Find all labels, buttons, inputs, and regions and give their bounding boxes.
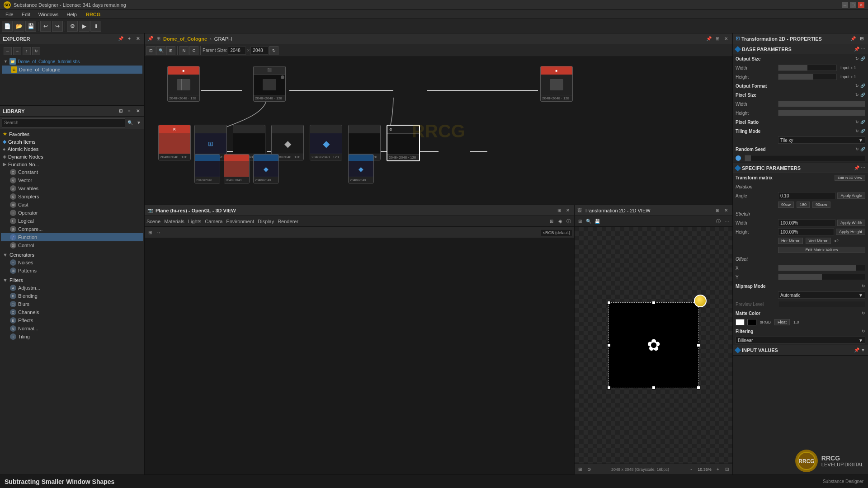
prop-angle-value[interactable]: 0.10 — [778, 192, 835, 199]
prop-vert-mirror-btn[interactable]: Vert Mirror — [806, 238, 831, 244]
lib-cat-atomic[interactable]: ● Atomic Nodes — [1, 145, 143, 153]
view-3d-bottom-btn2[interactable]: ↔ — [155, 229, 162, 236]
minimize-btn[interactable]: ─ — [842, 2, 848, 8]
prop-filtering-reset[interactable]: ↻ — [862, 329, 865, 333]
explorer-graph-item[interactable]: G Dome_of_Cologne — [2, 66, 142, 74]
tb-redo[interactable]: ↪ — [52, 21, 63, 32]
prop-pixel-ratio-lock[interactable]: 🔗 — [860, 120, 865, 124]
props-input-header[interactable]: INPUT VALUES 📌 ▼ — [733, 345, 868, 355]
lib-item-blending[interactable]: B Blending — [1, 292, 143, 300]
exp-refresh[interactable]: ↻ — [32, 47, 40, 55]
lib-icon-close[interactable]: ✕ — [134, 108, 142, 115]
view-2d-nav-btn[interactable]: ⊙ — [585, 466, 593, 473]
menu-help[interactable]: Help — [63, 11, 80, 18]
prop-90ccw-btn[interactable]: 90ccw — [812, 202, 830, 208]
prop-stretch-w-value[interactable]: 100.00% — [778, 219, 835, 226]
explorer-icon-pin[interactable]: 📌 — [117, 35, 124, 42]
view-2d-zoom-in[interactable]: + — [714, 466, 722, 473]
prop-tiling-mode-reset[interactable]: ↻ — [855, 129, 859, 133]
handle-tl[interactable] — [607, 301, 611, 305]
prop-edit-matrix-btn[interactable]: Edit in 3D View — [835, 175, 865, 181]
prop-edit-matrix-vals-btn[interactable]: Edit Matrix Values — [778, 247, 865, 253]
tb-btn5[interactable]: ⏸ — [90, 21, 101, 32]
view-3d-tb-3[interactable]: ⓘ — [565, 218, 572, 225]
sub-node-2[interactable]: 2048×2048 — [224, 154, 250, 183]
lib-item-vector[interactable]: V Vector — [1, 176, 143, 184]
prop-pixel-size-reset[interactable]: ↻ — [855, 93, 859, 97]
lib-item-compare[interactable]: ≶ Compare... — [1, 225, 143, 233]
lib-item-cast[interactable]: ⊕ Cast — [1, 201, 143, 209]
handle-lm[interactable] — [607, 343, 611, 347]
sub-node-4[interactable]: ◆ 2048×2048 — [348, 154, 374, 183]
prop-output-format-reset[interactable]: ↻ — [855, 84, 859, 88]
prop-matte-float-btn[interactable]: Float — [774, 319, 790, 325]
prop-apply-height-btn[interactable]: Apply Height — [836, 229, 865, 235]
prop-random-seed-reset[interactable]: ↻ — [855, 147, 859, 151]
graph-tb-comment[interactable]: C — [189, 46, 198, 55]
node-10[interactable]: ⊙ 2048×2048 · 128 — [387, 125, 420, 161]
prop-90cw-btn[interactable]: 90cw — [778, 202, 794, 208]
menu-file[interactable]: File — [2, 11, 17, 18]
lib-item-function[interactable]: ƒ Function — [1, 233, 143, 241]
node-3[interactable]: ■ 2048×2048 · 128 — [540, 66, 573, 102]
lib-item-constant[interactable]: C Constant — [1, 168, 143, 176]
prop-output-size-reset[interactable]: ↻ — [855, 56, 859, 61]
graph-tb-frame[interactable]: ⊡ — [146, 46, 156, 55]
lib-item-adjustments[interactable]: A Adjustm... — [1, 284, 143, 292]
lib-cat-graph-items[interactable]: ◆ Graph Items — [1, 138, 143, 145]
props-float[interactable]: ⊞ — [858, 35, 865, 42]
prop-apply-angle-btn[interactable]: Apply Angle — [837, 192, 865, 199]
handle-bl[interactable] — [607, 386, 611, 389]
prop-height-slider[interactable] — [778, 74, 837, 80]
lib-item-variables[interactable]: x Variables — [1, 184, 143, 192]
handle-br[interactable] — [697, 386, 700, 389]
prop-output-format-lock[interactable]: 🔗 — [860, 84, 865, 88]
lib-cat-dynamic[interactable]: ◈ Dynamic Nodes — [1, 153, 143, 160]
view-2d-tb1[interactable]: ⊞ — [576, 218, 584, 225]
prop-pixel-ratio-reset[interactable]: ↻ — [855, 120, 859, 124]
props-base-header[interactable]: BASE PARAMETERS 📌 ⋯ — [733, 44, 868, 54]
prop-matte-color-black[interactable] — [747, 319, 756, 325]
prop-matte-color-white[interactable] — [736, 319, 745, 325]
exp-up[interactable]: ↑ — [23, 47, 31, 55]
props-input-pin[interactable]: 📌 — [854, 347, 859, 352]
prop-horiz-mirror-btn[interactable]: Hor Mirror — [778, 238, 803, 244]
view-3d-tb-2[interactable]: ◉ — [557, 218, 564, 225]
explorer-icon-close[interactable]: ✕ — [134, 35, 142, 42]
menu-windows[interactable]: Windows — [35, 11, 62, 18]
view-3d-float[interactable]: ⊞ — [556, 207, 563, 214]
lib-item-logical[interactable]: L Logical — [1, 217, 143, 225]
lib-filter-icon[interactable]: ▼ — [135, 119, 142, 127]
sub-node-1[interactable]: 2048×2048 — [194, 154, 220, 183]
view-3d-display[interactable]: Display — [258, 219, 274, 224]
lib-cat-generators[interactable]: ▼ Generators — [1, 251, 143, 258]
lib-item-effects[interactable]: E Effects — [1, 316, 143, 324]
prop-pxw-slider[interactable] — [778, 101, 865, 107]
view-2d-grid-btn[interactable]: ⊞ — [576, 466, 584, 473]
props-specific-header[interactable]: SPECIFIC PARAMETERS 📌 ⋯ — [733, 163, 868, 173]
lib-item-control[interactable]: ⊡ Control — [1, 241, 143, 249]
close-btn[interactable]: ✕ — [858, 2, 864, 8]
prop-pxh-slider[interactable] — [778, 110, 865, 116]
prop-mipmap-reset[interactable]: ↻ — [862, 284, 865, 288]
tb-undo[interactable]: ↩ — [40, 21, 51, 32]
lib-cat-filters[interactable]: ▼ Filters — [1, 277, 143, 284]
explorer-file[interactable]: ▼ 📁 Dome_of_Cologne_tutorial.sbs — [2, 57, 142, 66]
view-2d-zoom-fit[interactable]: ⊡ — [723, 466, 731, 473]
library-search-input[interactable] — [2, 118, 125, 127]
props-input-expand[interactable]: ▼ — [861, 347, 865, 352]
view-3d-tb-1[interactable]: ⊞ — [548, 218, 555, 225]
lib-cat-function[interactable]: ▶ Function No... — [1, 160, 143, 168]
props-base-pin[interactable]: 📌 — [854, 47, 859, 52]
lib-item-noises[interactable]: ~ Noises — [1, 258, 143, 267]
prop-output-size-lock[interactable]: 🔗 — [860, 56, 865, 61]
view-3d-scene[interactable]: Scene — [146, 219, 160, 224]
prop-seed-slider[interactable] — [745, 155, 865, 161]
prop-stretch-h-value[interactable]: 100.00% — [778, 228, 834, 235]
tb-btn4[interactable]: ▶ — [79, 21, 90, 32]
node-8[interactable]: ◆ 2048×2048 · 128 — [310, 125, 342, 160]
view-3d-environment[interactable]: Environment — [226, 219, 254, 224]
graph-parent-h[interactable]: 2048 — [250, 47, 269, 55]
prop-apply-width-btn[interactable]: Apply Width — [837, 220, 865, 226]
view-3d-renderer[interactable]: Renderer — [278, 219, 298, 224]
